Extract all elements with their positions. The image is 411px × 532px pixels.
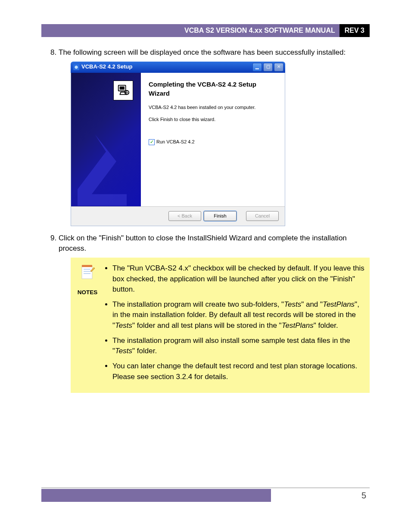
page-footer: 5 <box>41 488 370 502</box>
note-2: The installation program will create two… <box>112 299 365 331</box>
wizard-heading: Completing the VCBA-S2 4.2 Setup Wizard <box>149 80 277 99</box>
svg-rect-7 <box>82 265 92 267</box>
svg-rect-1 <box>120 86 125 90</box>
notes-box: NOTES The "Run VCBA-S2 4.x" checkbox wil… <box>71 258 370 393</box>
maximize-button[interactable]: ▢ <box>263 63 273 72</box>
finish-button[interactable]: Finish <box>204 211 237 221</box>
notes-list: The "Run VCBA-S2 4.x" checkbox will be c… <box>100 263 365 386</box>
wizard-text-1: VCBA-S2 4.2 has been installed on your c… <box>149 104 277 111</box>
header-bar: VCBA S2 VERSION 4.xx SOFTWARE MANUAL REV… <box>41 24 370 37</box>
step-8-text: The following screen will be displayed o… <box>59 48 346 56</box>
close-button[interactable]: ✕ <box>274 63 283 72</box>
computer-icon <box>113 81 133 100</box>
notepad-icon <box>80 264 95 281</box>
step-9-text: Click on the "Finish" button to close th… <box>59 234 347 253</box>
notes-label: NOTES <box>75 288 100 297</box>
checkbox-icon: ✓ <box>149 139 155 145</box>
wizard-text-2: Click Finish to close this wizard. <box>149 116 277 123</box>
page-number: 5 <box>271 489 370 502</box>
cancel-button[interactable]: Cancel <box>246 211 279 221</box>
app-icon <box>73 64 79 70</box>
arrow-icon <box>74 131 138 206</box>
note-4: You can later change the default test re… <box>112 361 365 382</box>
wizard-banner <box>71 73 141 206</box>
wizard-titlebar: VCBA-S2 4.2 Setup ▁ ▢ ✕ <box>71 62 285 73</box>
header-title: VCBA S2 VERSION 4.xx SOFTWARE MANUAL <box>41 24 339 37</box>
note-3: The installation program will also insta… <box>112 336 365 357</box>
back-button[interactable]: < Back <box>168 211 201 221</box>
step-8: The following screen will be displayed o… <box>59 47 370 226</box>
header-rev: REV 3 <box>339 24 370 37</box>
run-checkbox[interactable]: ✓ Run VCBA-S2 4.2 <box>149 139 277 146</box>
footer-accent <box>41 489 271 502</box>
minimize-button[interactable]: ▁ <box>252 63 262 72</box>
svg-rect-3 <box>82 266 92 279</box>
wizard-window: VCBA-S2 4.2 Setup ▁ ▢ ✕ C <box>71 62 285 226</box>
step-9: Click on the "Finish" button to close th… <box>59 233 370 393</box>
checkbox-label: Run VCBA-S2 4.2 <box>156 139 195 146</box>
wizard-title: VCBA-S2 4.2 Setup <box>81 63 132 71</box>
note-1: The "Run VCBA-S2 4.x" checkbox will be c… <box>112 263 365 295</box>
